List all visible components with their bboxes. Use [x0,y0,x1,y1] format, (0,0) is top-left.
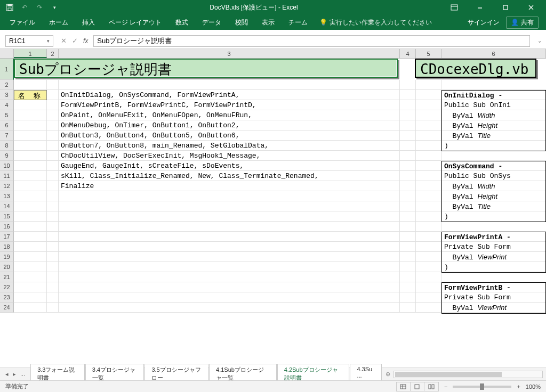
cell[interactable] [47,191,59,201]
cell[interactable]: ByVal Title [441,201,546,211]
cell[interactable] [400,90,416,100]
cell[interactable] [59,272,400,282]
cell[interactable]: ByVal Width [441,181,546,191]
cell[interactable] [416,171,441,181]
cell[interactable] [400,222,416,232]
page-layout-view-button[interactable] [411,382,424,391]
formula-bar[interactable]: Subプロシージャ説明書 [93,35,530,47]
cell[interactable]: FormViewPrintB - [441,282,546,292]
worksheet-grid[interactable]: 1Subプロシージャ説明書CDocexeDlg.vb23名 称OnInitDia… [0,59,546,368]
cell[interactable] [400,151,416,161]
cell[interactable]: GaugeEnd, GaugeInit, sCreateFile, sDoEve… [59,161,400,171]
cell[interactable] [47,272,59,282]
cell[interactable] [47,222,59,232]
sign-in-link[interactable]: サインイン [468,18,500,27]
cell[interactable] [59,282,400,292]
title-side-cell[interactable]: CDocexeDlg.vb [415,59,536,78]
cell[interactable] [59,292,400,303]
cell[interactable] [400,171,416,181]
minimize-button[interactable] [469,0,491,15]
row-header[interactable]: 9 [0,151,14,161]
horizontal-scrollbar[interactable] [394,371,546,378]
title-main-cell[interactable]: Subプロシージャ説明書 [14,59,398,78]
cell[interactable]: OnButton7, OnButton8, main_Renamed, SetG… [59,141,400,151]
cell[interactable] [59,191,400,201]
cell[interactable] [14,151,47,161]
tab-page-layout[interactable]: ページ レイアウト [102,16,168,29]
cell[interactable] [400,110,416,120]
ribbon-display-icon[interactable] [444,0,465,15]
cell[interactable]: ByVal Title [441,130,546,141]
cell[interactable] [47,110,59,120]
cell[interactable] [14,303,47,313]
sheet-nav-more-icon[interactable]: ... [20,371,25,378]
cell[interactable] [47,232,59,242]
tab-view[interactable]: 表示 [255,16,281,29]
row-header[interactable]: 3 [0,90,14,100]
cell[interactable] [14,222,47,232]
cell[interactable] [14,262,47,272]
cell[interactable] [400,80,416,90]
undo-icon[interactable]: ↶ [20,3,29,12]
name-box[interactable]: R1C1 ▾ [5,35,53,47]
cell[interactable] [416,211,441,222]
cell[interactable] [59,222,400,232]
cell[interactable] [14,191,47,201]
normal-view-button[interactable] [397,382,411,391]
cell[interactable] [400,100,416,110]
save-icon[interactable] [5,3,14,12]
cell[interactable] [400,141,416,151]
redo-icon[interactable]: ↷ [35,3,44,12]
cell[interactable] [59,242,400,252]
cell[interactable] [14,272,47,282]
row-header[interactable]: 11 [0,171,14,181]
cell[interactable]: sKill, Class_Initialize_Renamed, New, Cl… [59,171,400,181]
row-header[interactable]: 22 [0,282,14,292]
cell[interactable] [400,272,416,282]
cell[interactable] [400,252,416,262]
row-header[interactable]: 21 [0,272,14,282]
cell[interactable] [400,201,416,211]
cell[interactable] [441,222,546,232]
cell[interactable] [400,191,416,201]
cell[interactable] [416,222,441,232]
row-header[interactable]: 17 [0,232,14,242]
cell[interactable] [14,161,47,171]
tab-file[interactable]: ファイル [3,16,42,29]
tab-insert[interactable]: 挿入 [76,16,101,29]
cell[interactable]: OnSysCommand - [441,161,546,171]
cell[interactable] [416,262,441,272]
cell[interactable] [416,161,441,171]
cell[interactable] [14,80,47,90]
cell[interactable] [400,282,416,292]
cell[interactable] [441,80,546,90]
cell[interactable] [47,211,59,222]
tab-formulas[interactable]: 数式 [169,16,195,29]
row-header[interactable]: 14 [0,201,14,211]
maximize-button[interactable] [495,0,516,15]
cell[interactable] [416,272,441,282]
share-button[interactable]: 👤 共有 [506,17,539,29]
cell[interactable] [416,303,441,313]
row-header[interactable]: 16 [0,222,14,232]
close-button[interactable] [520,0,542,15]
cell[interactable]: Public Sub OnSys [441,171,546,181]
cell[interactable] [400,211,416,222]
cell[interactable] [400,232,416,242]
cell[interactable] [14,181,47,191]
cell[interactable] [14,110,47,120]
cell[interactable] [400,303,416,313]
cell[interactable]: ChDocUtilView, DocSerExecInit, MsgHook1_… [59,151,400,161]
cell[interactable] [441,151,546,161]
cell[interactable] [14,100,47,110]
row-header[interactable]: 23 [0,292,14,303]
cell[interactable]: ByVal ViewPrint [441,303,546,313]
cell[interactable]: OnMenuDebug, OnTimer, OnButton1, OnButto… [59,120,400,130]
row-header[interactable]: 19 [0,252,14,262]
cell[interactable]: OnInitDialog - [441,90,546,100]
fx-icon[interactable]: fx [83,37,88,45]
cell[interactable] [400,242,416,252]
cell[interactable] [47,303,59,313]
cell[interactable] [14,171,47,181]
cell[interactable]: Finalize [59,181,400,191]
